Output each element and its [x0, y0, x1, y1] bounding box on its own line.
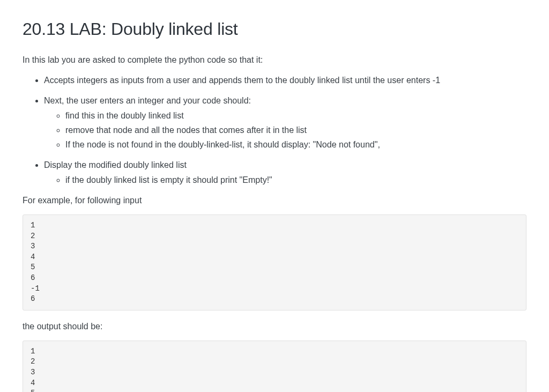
input-code-block: 1 2 3 4 5 6 -1 6	[23, 215, 526, 310]
example-intro: For example, for following input	[23, 194, 526, 207]
list-item-text: Display the modified doubly linked list	[44, 160, 187, 169]
page-title: 20.13 LAB: Doubly linked list	[23, 16, 526, 42]
list-item: Accepts integers as inputs from a user a…	[44, 74, 526, 87]
output-code-block: 1 2 3 4 5	[23, 341, 526, 392]
list-item: Next, the user enters an integer and you…	[44, 94, 526, 151]
sub-list: if the doubly linked list is empty it sh…	[44, 174, 526, 187]
intro-paragraph: In this lab you are asked to complete th…	[23, 54, 526, 66]
list-item: Display the modified doubly linked list …	[44, 159, 526, 187]
list-item: remove that node and all the nodes that …	[65, 124, 526, 137]
output-intro: the output should be:	[23, 320, 526, 333]
sub-list: find this in the doubly linked list remo…	[44, 109, 526, 151]
list-item: if the doubly linked list is empty it sh…	[65, 174, 526, 187]
list-item: If the node is not found in the doubly-l…	[65, 138, 526, 151]
list-item-text: Next, the user enters an integer and you…	[44, 96, 251, 105]
list-item: find this in the doubly linked list	[65, 109, 526, 122]
requirements-list: Accepts integers as inputs from a user a…	[23, 74, 526, 187]
